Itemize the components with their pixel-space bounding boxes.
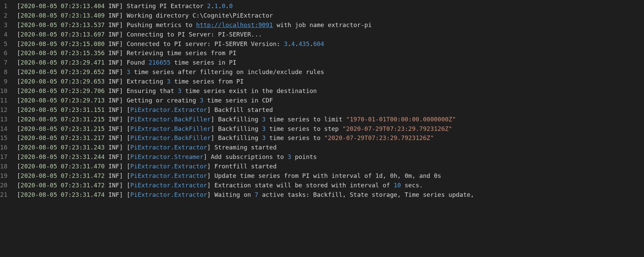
log-level: INF <box>108 106 119 113</box>
log-content: [2020-08-05 07:23:13.404 INF] Starting P… <box>17 1 233 11</box>
log-text: . <box>310 40 313 47</box>
log-line[interactable]: 21[2020-08-05 07:23:31.474 INF] [PiExtra… <box>0 190 644 200</box>
log-text: ] <box>119 153 127 160</box>
log-content: [2020-08-05 07:23:31.217 INF] [PiExtract… <box>17 133 434 143</box>
line-number: 6 <box>0 48 17 58</box>
log-line[interactable]: 19[2020-08-05 07:23:31.472 INF] [PiExtra… <box>0 171 644 181</box>
log-line[interactable]: 12[2020-08-05 07:23:31.151 INF] [PiExtra… <box>0 105 644 115</box>
log-output: 1[2020-08-05 07:23:13.404 INF] Starting … <box>0 1 644 200</box>
line-number: 7 <box>0 58 17 67</box>
log-level: INF <box>108 97 119 104</box>
log-text: [ <box>127 153 130 160</box>
log-line[interactable]: 3[2020-08-05 07:23:13.537 INF] Pushing m… <box>0 20 644 30</box>
log-line[interactable]: 20[2020-08-05 07:23:31.472 INF] [PiExtra… <box>0 181 644 190</box>
log-text: [ <box>127 172 130 179</box>
log-line[interactable]: 8[2020-08-05 07:23:29.652 INF] 3 time se… <box>0 67 644 77</box>
log-source-class: PiExtractor.Extractor <box>130 182 207 189</box>
log-line[interactable]: 15[2020-08-05 07:23:31.217 INF] [PiExtra… <box>0 133 644 143</box>
log-level: INF <box>108 144 119 151</box>
log-level: INF <box>108 78 119 85</box>
line-number: 13 <box>0 115 17 124</box>
log-source-class: PiExtractor.BackFiller <box>130 134 211 141</box>
line-number: 15 <box>0 133 17 143</box>
line-number: 21 <box>0 190 17 200</box>
log-timestamp: 2020-08-05 07:23:31.217 <box>21 134 105 141</box>
log-text: ] <box>119 172 127 179</box>
log-text: ] <box>119 106 127 113</box>
log-text <box>105 2 108 9</box>
log-text <box>105 97 108 104</box>
log-text: ] Backfilling <box>211 116 262 123</box>
log-level: INF <box>108 172 119 179</box>
log-text: . <box>225 2 229 9</box>
log-text <box>105 68 108 75</box>
log-timestamp: 2020-08-05 07:23:13.697 <box>21 31 105 38</box>
log-line[interactable]: 6[2020-08-05 07:23:15.356 INF] Retrievin… <box>0 48 644 58</box>
log-timestamp: 2020-08-05 07:23:29.706 <box>21 87 105 94</box>
log-level: INF <box>108 49 119 56</box>
log-number: 3 <box>200 97 204 104</box>
log-text: ] <box>119 182 127 189</box>
log-line[interactable]: 1[2020-08-05 07:23:13.404 INF] Starting … <box>0 1 644 11</box>
log-text: . <box>295 40 299 47</box>
log-timestamp: 2020-08-05 07:23:31.151 <box>21 106 105 113</box>
log-text <box>105 78 108 85</box>
log-text <box>105 134 108 141</box>
log-text: [ <box>17 125 21 132</box>
line-number: 8 <box>0 67 17 77</box>
log-text: Extracting <box>127 78 167 85</box>
log-timestamp: 2020-08-05 07:23:31.215 <box>21 125 105 132</box>
line-number: 19 <box>0 171 17 181</box>
log-line[interactable]: 5[2020-08-05 07:23:15.080 INF] Connected… <box>0 39 644 49</box>
log-line[interactable]: 4[2020-08-05 07:23:13.697 INF] Connectin… <box>0 30 644 39</box>
log-text: . <box>288 40 291 47</box>
log-level: INF <box>108 87 119 94</box>
log-text: time series in CDF <box>204 97 273 104</box>
log-line[interactable]: 7[2020-08-05 07:23:29.471 INF] Found 216… <box>0 58 644 67</box>
log-content: [2020-08-05 07:23:15.356 INF] Retrieving… <box>17 48 236 58</box>
log-text: ] Backfilling <box>211 125 262 132</box>
log-text: . <box>218 2 222 9</box>
log-url-link[interactable]: http://localhost:9091 <box>196 21 273 28</box>
log-content: [2020-08-05 07:23:15.080 INF] Connected … <box>17 39 324 49</box>
log-text: [ <box>127 116 130 123</box>
log-text: Getting or creating <box>127 97 200 104</box>
log-text: [ <box>17 182 21 189</box>
log-number: 3 <box>262 134 266 141</box>
log-text <box>105 163 108 170</box>
log-timestamp: 2020-08-05 07:23:29.713 <box>21 97 105 104</box>
log-text: ] <box>119 49 127 56</box>
log-number: 3 <box>262 125 266 132</box>
log-text: Working directory C:\Cognite\PiExtractor <box>127 12 273 19</box>
log-level: INF <box>108 182 119 189</box>
log-line[interactable]: 16[2020-08-05 07:23:31.243 INF] [PiExtra… <box>0 143 644 152</box>
log-text: [ <box>127 163 130 170</box>
log-number: 604 <box>313 40 324 47</box>
log-string: "2020-07-29T07:23:29.7923126Z" <box>343 125 452 132</box>
log-text: Pushing metrics to <box>127 21 196 28</box>
log-line[interactable]: 2[2020-08-05 07:23:13.409 INF] Working d… <box>0 11 644 20</box>
log-line[interactable]: 10[2020-08-05 07:23:29.706 INF] Ensuring… <box>0 86 644 96</box>
line-number: 16 <box>0 143 17 152</box>
log-source-class: PiExtractor.Extractor <box>130 106 207 113</box>
log-number: 10 <box>394 182 401 189</box>
log-text <box>105 116 108 123</box>
log-text: Starting PI Extractor <box>127 2 207 9</box>
log-text: . <box>211 2 214 9</box>
log-line[interactable]: 18[2020-08-05 07:23:31.470 INF] [PiExtra… <box>0 162 644 171</box>
log-line[interactable]: 17[2020-08-05 07:23:31.244 INF] [PiExtra… <box>0 152 644 162</box>
log-text: [ <box>127 144 130 151</box>
log-line[interactable]: 11[2020-08-05 07:23:29.713 INF] Getting … <box>0 96 644 105</box>
log-text <box>105 59 108 66</box>
log-text: ] <box>119 40 127 47</box>
log-timestamp: 2020-08-05 07:23:29.471 <box>21 59 105 66</box>
log-text: ] <box>119 191 127 198</box>
line-number: 9 <box>0 77 17 86</box>
log-text <box>105 191 108 198</box>
log-line[interactable]: 13[2020-08-05 07:23:31.215 INF] [PiExtra… <box>0 115 644 124</box>
log-text: Connecting to PI Server: PI-SERVER... <box>127 31 262 38</box>
log-line[interactable]: 14[2020-08-05 07:23:31.215 INF] [PiExtra… <box>0 124 644 134</box>
log-line[interactable]: 9[2020-08-05 07:23:29.653 INF] Extractin… <box>0 77 644 86</box>
log-text: [ <box>17 68 21 75</box>
log-text: ] Waiting on <box>207 191 255 198</box>
